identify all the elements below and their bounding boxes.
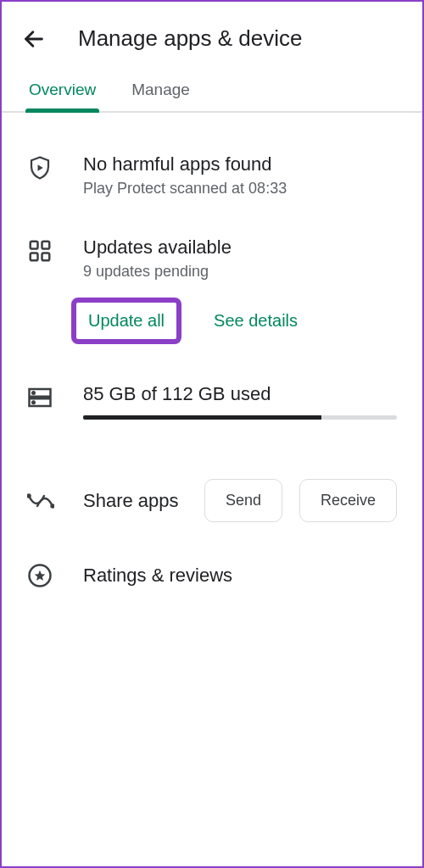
page-title: Manage apps & device bbox=[78, 25, 303, 52]
svg-rect-3 bbox=[42, 242, 50, 249]
header: Manage apps & device bbox=[2, 2, 422, 72]
storage-progress-fill bbox=[83, 415, 321, 420]
svg-rect-2 bbox=[31, 242, 38, 249]
content: No harmful apps found Play Protect scann… bbox=[2, 113, 422, 588]
updates-subtitle: 9 updates pending bbox=[83, 263, 397, 281]
svg-point-8 bbox=[32, 392, 35, 394]
storage-icon bbox=[27, 385, 53, 410]
svg-point-9 bbox=[32, 401, 35, 403]
share-row: Share apps Send Receive bbox=[27, 479, 397, 522]
share-icon bbox=[27, 491, 54, 511]
ratings-title: Ratings & reviews bbox=[83, 565, 232, 587]
update-all-button[interactable]: Update all bbox=[88, 311, 165, 331]
send-button[interactable]: Send bbox=[204, 479, 282, 522]
tab-manage[interactable]: Manage bbox=[130, 72, 192, 111]
ratings-row[interactable]: Ratings & reviews bbox=[27, 563, 397, 588]
play-protect-row[interactable]: No harmful apps found Play Protect scann… bbox=[27, 153, 397, 198]
svg-point-10 bbox=[28, 494, 31, 497]
update-all-highlight: Update all bbox=[71, 298, 181, 344]
svg-rect-5 bbox=[42, 253, 50, 261]
protect-title: No harmful apps found bbox=[83, 153, 397, 175]
shield-icon bbox=[27, 155, 53, 181]
back-arrow-icon[interactable] bbox=[22, 27, 46, 51]
svg-marker-13 bbox=[35, 570, 46, 581]
svg-rect-4 bbox=[31, 253, 38, 261]
updates-title: Updates available bbox=[83, 236, 397, 259]
svg-marker-1 bbox=[38, 164, 43, 171]
updates-row: Updates available 9 updates pending Upda… bbox=[27, 236, 397, 344]
tabs: Overview Manage bbox=[2, 72, 422, 113]
see-details-button[interactable]: See details bbox=[214, 311, 298, 331]
receive-button[interactable]: Receive bbox=[299, 479, 397, 522]
share-title: Share apps bbox=[83, 490, 204, 512]
svg-point-11 bbox=[52, 504, 54, 507]
storage-text: 85 GB of 112 GB used bbox=[83, 383, 397, 405]
storage-row[interactable]: 85 GB of 112 GB used bbox=[27, 383, 397, 420]
tab-overview[interactable]: Overview bbox=[27, 72, 98, 111]
apps-grid-icon bbox=[27, 238, 53, 264]
protect-subtitle: Play Protect scanned at 08:33 bbox=[83, 180, 397, 198]
storage-progress bbox=[83, 415, 397, 420]
star-circle-icon bbox=[27, 563, 53, 588]
